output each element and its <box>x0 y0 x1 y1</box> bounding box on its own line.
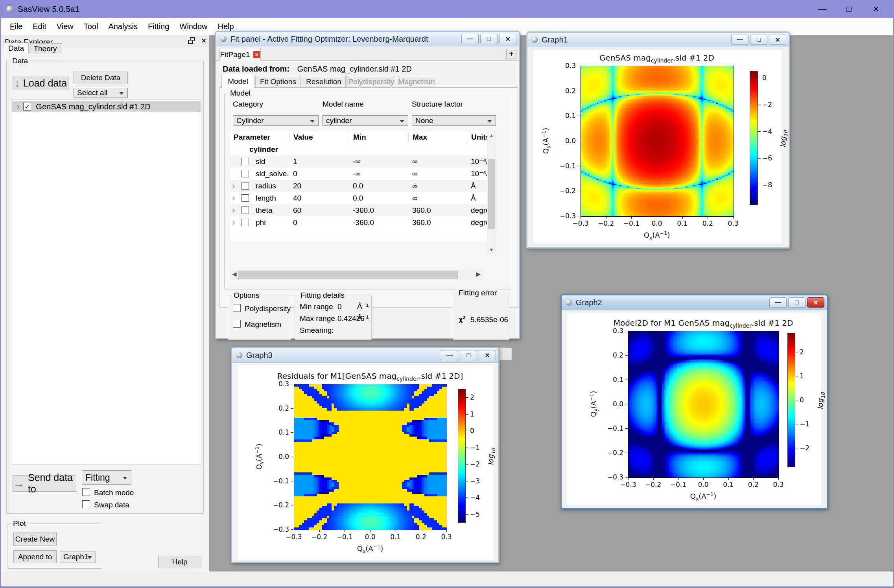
param-checkbox[interactable] <box>241 206 249 214</box>
minimize-icon[interactable]: — <box>731 35 748 45</box>
param-max[interactable]: 360.0 <box>408 216 467 229</box>
tab-model[interactable]: Model <box>221 75 254 88</box>
structure-factor-dropdown[interactable]: None <box>412 115 496 126</box>
close-panel-icon[interactable]: × <box>201 37 206 44</box>
load-data-button[interactable]: ↓ Load data <box>13 76 68 90</box>
menu-file[interactable]: File <box>5 20 28 33</box>
param-min[interactable]: -360.0 <box>349 216 408 229</box>
param-min[interactable]: -∞ <box>349 155 408 168</box>
param-value[interactable]: 0 <box>289 216 349 229</box>
swap-data-checkbox[interactable] <box>82 500 90 508</box>
param-max[interactable]: ∞ <box>408 168 467 180</box>
hscroll-thumb[interactable] <box>238 271 458 279</box>
param-max[interactable]: ∞ <box>408 192 467 204</box>
graph3-titlebar[interactable]: Graph3 — □ × <box>232 348 498 363</box>
model-name-dropdown[interactable]: cylinder <box>323 115 408 126</box>
param-checkbox[interactable] <box>241 170 249 177</box>
close-icon[interactable]: × <box>863 0 889 18</box>
close-icon[interactable]: × <box>499 34 516 44</box>
category-dropdown[interactable]: Cylinder <box>233 115 319 126</box>
expander-icon[interactable]: › <box>232 218 235 228</box>
tab-fit-options[interactable]: Fit Options <box>255 76 301 88</box>
param-value[interactable]: 40 <box>289 192 349 204</box>
batch-mode-checkbox[interactable] <box>82 488 90 496</box>
minimize-icon[interactable]: — <box>769 297 787 308</box>
table-row-theta[interactable]: ›theta60-360.0360.0degrees <box>230 204 487 216</box>
param-max[interactable]: ∞ <box>408 155 467 168</box>
param-min[interactable]: 0.0 <box>349 192 408 204</box>
param-checkbox[interactable] <box>241 194 249 202</box>
table-hscrollbar[interactable]: ◀ ▶ <box>230 270 483 280</box>
table-row-radius[interactable]: ›radius200.0∞Å <box>230 180 487 192</box>
param-min[interactable]: -360.0 <box>349 204 408 216</box>
column-header-max[interactable]: Max <box>408 131 467 143</box>
menu-view[interactable]: View <box>52 20 79 33</box>
param-units[interactable]: 10⁻⁶/Å <box>467 168 487 180</box>
menu-fitting[interactable]: Fitting <box>143 20 174 33</box>
scroll-up-icon[interactable]: ▲ <box>487 133 496 138</box>
tab-resolution[interactable]: Resolution <box>302 76 346 88</box>
tab-theory[interactable]: Theory <box>28 43 62 54</box>
close-fitpage-icon[interactable]: × <box>253 51 260 58</box>
scroll-left-icon[interactable]: ◀ <box>232 271 237 278</box>
maximize-icon[interactable]: □ <box>836 0 863 18</box>
create-new-button[interactable]: Create New <box>13 533 57 546</box>
column-header-min[interactable]: Min <box>349 131 408 143</box>
append-target-dropdown[interactable]: Graph1 <box>60 551 96 562</box>
menu-tool[interactable]: Tool <box>79 20 103 33</box>
param-units[interactable]: degrees <box>467 204 487 216</box>
fitpage1-tab[interactable]: FitPage1 × <box>219 48 261 61</box>
expander-icon[interactable]: › <box>232 205 235 216</box>
table-row-length[interactable]: ›length400.0∞Å <box>230 192 487 204</box>
column-header-value[interactable]: Value <box>289 131 349 143</box>
graph2-titlebar[interactable]: Graph2 — □ × <box>562 295 827 310</box>
table-row-sld[interactable]: sld1-∞∞10⁻⁶/Å <box>230 155 487 168</box>
param-value[interactable]: 0 <box>289 168 349 180</box>
menu-edit[interactable]: Edit <box>28 20 51 33</box>
polydispersity-checkbox[interactable] <box>233 304 241 312</box>
select-all-dropdown[interactable]: Select all <box>74 88 128 98</box>
param-checkbox[interactable] <box>241 182 249 190</box>
table-row-phi[interactable]: ›phi0-360.0360.0degrees <box>230 216 487 229</box>
fit-panel-titlebar[interactable]: Fit panel - Active Fitting Optimizer: Le… <box>216 32 519 46</box>
scroll-down-icon[interactable]: ▼ <box>487 247 496 253</box>
tab-data[interactable]: Data <box>4 42 28 54</box>
add-fitpage-button[interactable]: + <box>506 49 516 59</box>
send-target-dropdown[interactable]: Fitting <box>82 470 131 485</box>
table-row-sld-solve-[interactable]: sld_solve...0-∞∞10⁻⁶/Å <box>230 168 487 180</box>
param-value[interactable]: 20 <box>289 180 349 192</box>
close-icon[interactable]: × <box>769 35 786 45</box>
column-header-units[interactable]: Units <box>467 131 487 143</box>
maximize-icon[interactable]: □ <box>460 350 477 360</box>
maximize-icon[interactable]: □ <box>788 297 806 308</box>
float-panel-icon[interactable] <box>188 37 195 44</box>
param-min[interactable]: -∞ <box>349 168 408 180</box>
delete-data-button[interactable]: Delete Data <box>74 72 128 84</box>
magnetism-checkbox[interactable] <box>233 320 241 328</box>
param-units[interactable]: Å <box>467 192 487 204</box>
menu-window[interactable]: Window <box>174 20 212 33</box>
tree-row-selected[interactable]: › ✓ GenSAS mag_cylinder.sld #1 2D <box>12 101 201 112</box>
append-to-button[interactable]: Append to <box>13 550 57 563</box>
minimize-icon[interactable]: — <box>441 350 458 360</box>
vscroll-thumb[interactable] <box>488 159 495 229</box>
maximize-icon[interactable]: □ <box>480 34 498 44</box>
param-checkbox[interactable] <box>241 158 249 165</box>
tab-polydispersity[interactable]: Polydispersity <box>347 76 396 88</box>
graph1-titlebar[interactable]: Graph1 — □ × <box>527 33 789 47</box>
explorer-help-button[interactable]: Help <box>158 556 201 568</box>
tab-magnetism[interactable]: Magnetism <box>397 76 436 88</box>
expander-icon[interactable]: › <box>232 193 235 203</box>
maximize-icon[interactable]: □ <box>750 35 767 45</box>
param-max[interactable]: 360.0 <box>408 204 467 216</box>
param-units[interactable]: Å <box>467 180 487 192</box>
table-vscrollbar[interactable]: ▲ ▼ <box>487 131 496 254</box>
param-value[interactable]: 1 <box>289 155 349 168</box>
param-units[interactable]: degrees <box>467 216 487 229</box>
param-checkbox[interactable] <box>241 219 249 226</box>
param-units[interactable]: 10⁻⁶/Å <box>467 155 487 168</box>
menu-analysis[interactable]: Analysis <box>103 20 142 33</box>
expander-icon[interactable]: › <box>232 181 235 191</box>
item-checkbox[interactable]: ✓ <box>23 103 31 111</box>
close-icon[interactable]: × <box>479 350 496 360</box>
